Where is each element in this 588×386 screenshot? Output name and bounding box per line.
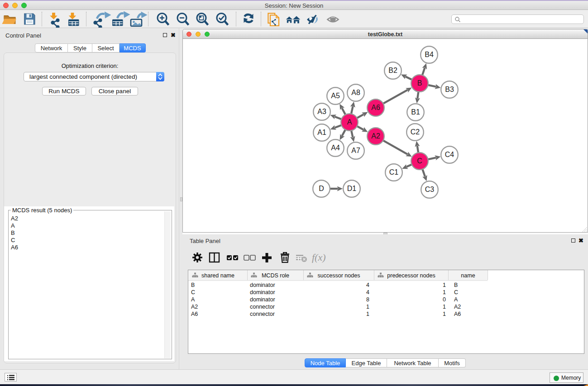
svg-text:A1: A1: [317, 129, 326, 136]
svg-text:A: A: [347, 118, 352, 126]
svg-text:B3: B3: [445, 86, 454, 93]
svg-text:A3: A3: [317, 108, 326, 115]
svg-text:A2: A2: [371, 132, 380, 140]
svg-text:A7: A7: [351, 147, 360, 154]
svg-text:C3: C3: [425, 186, 435, 193]
svg-text:B4: B4: [425, 51, 434, 58]
svg-text:B: B: [417, 79, 422, 87]
svg-text:D: D: [319, 185, 324, 192]
svg-text:C2: C2: [411, 128, 420, 136]
svg-text:A8: A8: [351, 89, 360, 96]
svg-text:A6: A6: [371, 104, 380, 111]
svg-text:A5: A5: [331, 92, 340, 100]
svg-text:C1: C1: [389, 168, 399, 176]
svg-text:C4: C4: [445, 151, 454, 158]
svg-text:C: C: [417, 157, 422, 165]
svg-text:B2: B2: [388, 67, 397, 74]
svg-text:f(x): f(x): [312, 252, 326, 263]
svg-text:D1: D1: [347, 185, 357, 192]
svg-text:B1: B1: [411, 108, 420, 116]
svg-text:A4: A4: [331, 144, 340, 152]
